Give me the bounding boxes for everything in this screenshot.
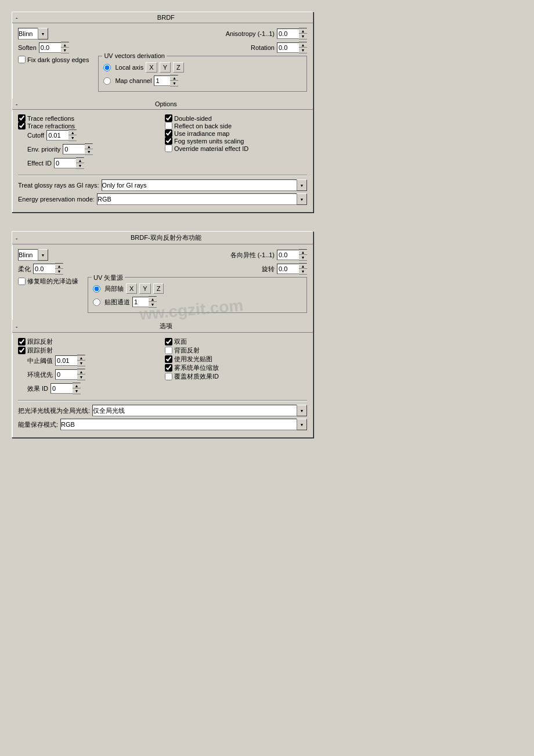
use-irradiance-checkbox[interactable] [165,129,172,137]
cn-effect-id-down-btn[interactable]: ▼ [73,388,81,394]
cn-anisotropy-input[interactable] [277,250,299,260]
trace-refractions-checkbox[interactable] [18,122,26,129]
cn-effect-id-up-btn[interactable]: ▲ [73,383,81,388]
soften-down-btn[interactable]: ▼ [61,48,69,53]
cn-rotation-down-btn[interactable]: ▼ [299,269,307,274]
cn-map-channel-down-btn[interactable]: ▼ [149,302,157,307]
double-sided-row: Double-sided [165,114,307,122]
reflect-back-side-checkbox[interactable] [165,122,172,129]
uv-group-label: UV vectors derivation [102,52,167,59]
cn-env-priority-label: 环境优先 [27,370,53,379]
options-right: Double-sided Reflect on back side Use ir… [165,114,307,171]
cn-env-priority-input[interactable] [55,369,77,380]
trace-reflections-label: Trace reflections [27,115,74,122]
env-priority-up-btn[interactable]: ▲ [85,144,93,149]
cn-map-channel-up-btn[interactable]: ▲ [149,297,157,302]
fog-system-checkbox[interactable] [165,137,172,145]
cn-soften-down-btn[interactable]: ▼ [55,269,63,274]
rotation-up-btn[interactable]: ▲ [299,42,307,48]
cn-brdf-dash: - [16,235,18,242]
energy-preservation-dropdown[interactable]: RGB Monochromatic [97,193,307,205]
x-axis-btn[interactable]: X [146,62,157,73]
cn-cutoff-input[interactable] [55,355,77,366]
blinn-dropdown-wrap[interactable]: Blinn Phong Ward ▼ [18,28,48,39]
cn-cutoff-up-btn[interactable]: ▲ [77,355,85,361]
cn-soften-up-btn[interactable]: ▲ [55,264,63,269]
cn-double-sided-checkbox[interactable] [165,338,172,345]
energy-preservation-dropdown-wrap[interactable]: RGB Monochromatic ▼ [97,193,307,205]
cn-fog-system-checkbox[interactable] [165,364,172,372]
cn-env-priority-up-btn[interactable]: ▲ [77,369,85,375]
cutoff-up-btn[interactable]: ▲ [68,130,77,135]
cn-treat-glossy-dropdown-wrap[interactable]: 仅全局光线 始终 从不 ▼ [92,405,307,416]
cn-z-axis-btn[interactable]: Z [153,283,164,294]
effect-id-down-btn[interactable]: ▼ [76,163,84,168]
cutoff-input[interactable] [46,130,68,141]
effect-id-spinner: ▲ ▼ [54,157,84,169]
anisotropy-down-btn[interactable]: ▼ [299,34,307,39]
anisotropy-input[interactable] [277,28,299,39]
energy-preservation-row: Energy preservation mode: RGB Monochroma… [18,193,307,205]
treat-glossy-dropdown-wrap[interactable]: Only for GI rays Always Never ▼ [102,179,307,191]
cn-rotation-up-btn[interactable]: ▲ [299,264,307,269]
cn-use-irradiance-row: 使用发光贴图 [165,355,307,363]
fix-dark-glossy-checkbox[interactable] [18,56,26,63]
cn-energy-preservation-dropdown[interactable]: RGB 单色 [60,419,307,430]
cn-options-titlebar: - 选项 [12,320,313,333]
env-priority-input[interactable] [63,144,85,154]
cn-override-material-checkbox[interactable] [165,373,172,380]
z-axis-btn[interactable]: Z [173,62,184,73]
cutoff-spinner-btns: ▲ ▼ [68,129,77,141]
cn-reflect-back-side-checkbox[interactable] [165,347,172,354]
map-channel-up-btn[interactable]: ▲ [170,75,178,81]
cn-fix-dark-glossy-checkbox[interactable] [18,278,26,285]
map-channel-down-btn[interactable]: ▼ [170,81,178,86]
local-axis-row: Local axis X Y Z [103,62,302,73]
map-channel-input[interactable] [154,75,170,86]
rotation-input[interactable] [277,42,299,53]
double-sided-checkbox[interactable] [165,114,172,122]
cn-anisotropy-up-btn[interactable]: ▲ [299,250,307,255]
cn-blinn-dropdown-wrap[interactable]: Blinn Phong Ward ▼ [18,249,48,261]
soften-up-btn[interactable]: ▲ [61,42,69,48]
cutoff-label: Cutoff [27,132,44,139]
cutoff-down-btn[interactable]: ▼ [68,135,77,141]
anisotropy-up-btn[interactable]: ▲ [299,28,307,34]
trace-reflections-checkbox[interactable] [18,114,26,122]
cn-env-priority-down-btn[interactable]: ▼ [77,375,85,380]
cn-y-axis-btn[interactable]: Y [139,283,150,294]
cn-rotation-input[interactable] [277,264,299,274]
cn-trace-refractions-checkbox[interactable] [18,347,26,354]
soften-input[interactable] [39,42,61,53]
effect-id-up-btn[interactable]: ▲ [76,158,84,163]
uv-group-wrap: UV vectors derivation Local axis X Y Z M… [96,56,307,92]
effect-id-input[interactable] [54,158,76,168]
cn-use-irradiance-label: 使用发光贴图 [174,355,212,363]
cn-use-irradiance-checkbox[interactable] [165,355,172,363]
cn-trace-reflections-checkbox[interactable] [18,338,26,345]
cn-blinn-dropdown[interactable]: Blinn Phong Ward [18,249,48,261]
cn-map-channel-input[interactable] [132,297,149,307]
override-material-checkbox[interactable] [165,145,172,152]
rotation-spinner-btns: ▲ ▼ [299,42,307,53]
blinn-dropdown[interactable]: Blinn Phong Ward [18,28,48,39]
cn-soften-input[interactable] [33,264,55,274]
cn-reflect-back-side-label: 背面反射 [174,346,200,355]
cn-local-axis-radio[interactable] [93,285,100,293]
cn-x-axis-btn[interactable]: X [126,283,137,294]
cn-cutoff-down-btn[interactable]: ▼ [77,361,85,366]
env-priority-down-btn[interactable]: ▼ [85,149,93,154]
env-priority-row: Env. priority ▲ ▼ [18,143,160,155]
cn-soften-label: 柔化 [18,265,31,273]
cn-map-channel-radio[interactable] [93,298,100,306]
local-axis-radio[interactable] [103,64,111,71]
cn-effect-id-input[interactable] [50,383,73,394]
map-channel-radio[interactable] [103,77,111,85]
treat-glossy-dropdown[interactable]: Only for GI rays Always Never [102,179,307,191]
cn-treat-glossy-dropdown[interactable]: 仅全局光线 始终 从不 [92,405,307,416]
cn-energy-preservation-dropdown-wrap[interactable]: RGB 单色 ▼ [60,419,307,430]
rotation-down-btn[interactable]: ▼ [299,48,307,53]
y-axis-btn[interactable]: Y [160,62,171,73]
use-irradiance-label: Use irradiance map [174,130,229,137]
cn-anisotropy-down-btn[interactable]: ▼ [299,255,307,260]
